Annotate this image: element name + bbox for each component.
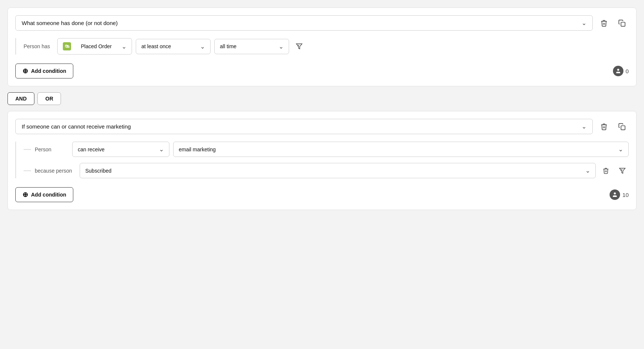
email-marketing-label: email marketing bbox=[179, 146, 216, 152]
time-label: all time bbox=[220, 43, 236, 49]
frequency-chevron: ⌄ bbox=[200, 43, 205, 50]
condition-block-2: If someone can or cannot receive marketi… bbox=[7, 111, 637, 210]
block1-add-circle-icon: ⊕ bbox=[22, 67, 28, 75]
block2-header: If someone can or cannot receive marketi… bbox=[15, 119, 629, 134]
can-receive-chevron: ⌄ bbox=[159, 146, 164, 153]
block1-filter-button[interactable] bbox=[293, 40, 306, 53]
placed-order-chevron: ⌄ bbox=[122, 43, 126, 50]
svg-rect-0 bbox=[621, 22, 625, 26]
block1-user-count: 0 bbox=[613, 66, 629, 76]
block2-main-select[interactable]: If someone can or cannot receive marketi… bbox=[15, 119, 593, 134]
block1-delete-button[interactable] bbox=[597, 16, 611, 30]
block2-count-value: 10 bbox=[622, 192, 629, 198]
svg-rect-4 bbox=[621, 126, 625, 130]
block2-copy-button[interactable] bbox=[615, 120, 629, 133]
frequency-label: at least once bbox=[141, 43, 171, 49]
svg-point-3 bbox=[617, 69, 619, 71]
block2-add-condition-button[interactable]: ⊕ Add condition bbox=[15, 187, 73, 202]
block1-user-icon bbox=[613, 66, 623, 76]
block1-placed-order-select[interactable]: 🛍 Placed Order ⌄ bbox=[57, 38, 132, 55]
block2-subscribed-select[interactable]: Subscribed ⌄ bbox=[80, 163, 596, 178]
block1-main-select-label: What someone has done (or not done) bbox=[22, 20, 118, 26]
block1-person-has-label: Person has bbox=[24, 43, 53, 49]
block2-footer: ⊕ Add condition 10 bbox=[15, 187, 629, 202]
shopify-icon: 🛍 bbox=[63, 42, 71, 50]
and-button[interactable]: AND bbox=[7, 92, 34, 105]
block1-footer: ⊕ Add condition 0 bbox=[15, 64, 629, 78]
block2-subscribed-delete-button[interactable] bbox=[599, 164, 612, 177]
can-receive-label: can receive bbox=[78, 146, 105, 152]
time-chevron: ⌄ bbox=[279, 43, 283, 50]
block2-because-label: because person bbox=[35, 168, 76, 174]
condition-block-1: What someone has done (or not done) ⌄ Pe… bbox=[7, 7, 637, 86]
block1-add-condition-button[interactable]: ⊕ Add condition bbox=[15, 64, 73, 78]
block1-add-condition-label: Add condition bbox=[31, 68, 66, 74]
block1-time-select[interactable]: all time ⌄ bbox=[214, 39, 289, 54]
block2-because-row: because person Subscribed ⌄ bbox=[24, 163, 629, 178]
block2-user-count: 10 bbox=[610, 189, 629, 200]
svg-point-7 bbox=[614, 192, 616, 194]
block1-person-has-row: Person has 🛍 Placed Order ⌄ at least onc… bbox=[24, 38, 629, 55]
block1-header: What someone has done (or not done) ⌄ bbox=[15, 15, 629, 31]
operator-row: AND OR bbox=[7, 92, 637, 105]
block2-add-condition-label: Add condition bbox=[31, 192, 66, 198]
block2-delete-button[interactable] bbox=[597, 120, 611, 133]
svg-marker-5 bbox=[620, 168, 625, 173]
block2-main-select-label: If someone can or cannot receive marketi… bbox=[22, 123, 131, 130]
block1-count-value: 0 bbox=[626, 68, 629, 74]
block1-conditions-wrapper: Person has 🛍 Placed Order ⌄ at least onc… bbox=[15, 38, 629, 55]
block2-person-label: Person bbox=[35, 146, 68, 152]
subscribed-label: Subscribed bbox=[85, 168, 111, 174]
block2-can-receive-select[interactable]: can receive ⌄ bbox=[72, 142, 169, 157]
block1-frequency-select[interactable]: at least once ⌄ bbox=[136, 39, 211, 54]
block2-subscribed-filter-button[interactable] bbox=[616, 164, 629, 177]
placed-order-label: Placed Order bbox=[81, 43, 111, 49]
block2-person-row: Person can receive ⌄ email marketing ⌄ bbox=[24, 142, 629, 157]
block2-main-select-chevron: ⌄ bbox=[582, 123, 586, 130]
subscribed-chevron: ⌄ bbox=[585, 167, 590, 174]
svg-marker-1 bbox=[297, 44, 302, 49]
or-button[interactable]: OR bbox=[37, 92, 61, 105]
block2-conditions-wrapper: Person can receive ⌄ email marketing ⌄ b… bbox=[15, 142, 629, 178]
block1-main-select[interactable]: What someone has done (or not done) ⌄ bbox=[15, 15, 593, 31]
email-marketing-chevron: ⌄ bbox=[618, 146, 623, 153]
block1-copy-button[interactable] bbox=[615, 16, 629, 30]
block2-email-marketing-select[interactable]: email marketing ⌄ bbox=[173, 142, 629, 157]
block2-user-icon bbox=[610, 189, 620, 200]
block2-add-circle-icon: ⊕ bbox=[22, 191, 28, 199]
block1-main-select-chevron: ⌄ bbox=[582, 19, 586, 27]
